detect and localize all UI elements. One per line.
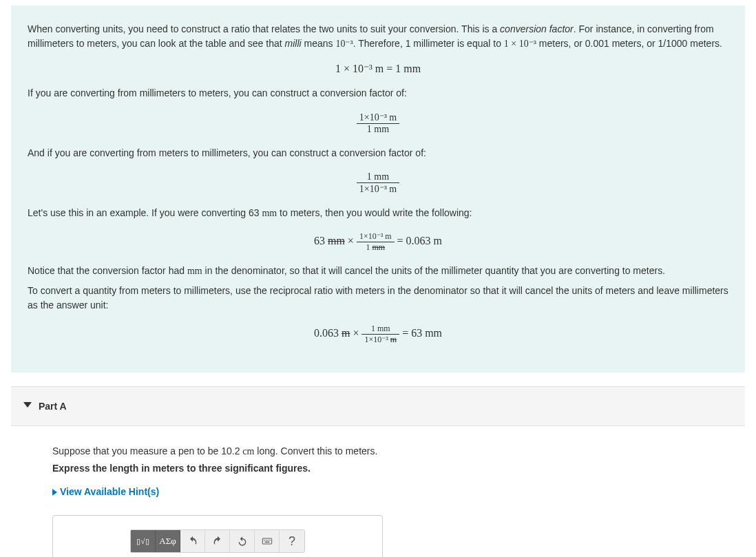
- numerator: 1 mm: [361, 324, 399, 335]
- denominator: 1 mm: [357, 124, 399, 135]
- numerator: 1×10⁻³ m: [357, 231, 395, 242]
- answer-box: ▯√▯ ΑΣφ ? 10.2 cm = m: [52, 515, 383, 557]
- value-10e-3: 10⁻³: [335, 39, 353, 49]
- strike-m: m: [342, 327, 350, 339]
- caret-down-icon: [23, 402, 32, 408]
- part-a-header[interactable]: Part A: [11, 386, 745, 426]
- redo-icon: [212, 536, 223, 547]
- denominator: 1×10⁻³ m: [357, 183, 399, 195]
- part-title: Part A: [39, 401, 67, 412]
- svg-rect-5: [264, 542, 269, 543]
- result: = 0.063 m: [395, 235, 442, 246]
- text: means: [302, 38, 336, 49]
- hints-label: View Available Hint(s): [60, 486, 159, 497]
- part-a-body: Suppose that you measure a pen to be 10.…: [11, 426, 745, 557]
- undo-button[interactable]: [180, 530, 205, 552]
- times: ×: [350, 327, 361, 339]
- formula-frac-mm-to-m: 1×10⁻³ m 1 mm: [28, 112, 728, 135]
- text: Suppose that you measure a pen to be 10.…: [52, 445, 242, 456]
- triangle-right-icon: [52, 489, 57, 496]
- formula-frac-m-to-mm: 1 mm 1×10⁻³ m: [28, 171, 728, 195]
- explain-p6: To convert a quantity from meters to mil…: [28, 284, 728, 313]
- strike-mm: mm: [328, 235, 345, 246]
- text: long. Convert this to meters.: [254, 445, 377, 456]
- result: = 63 mm: [399, 327, 442, 339]
- unit-mm: mm: [262, 208, 277, 218]
- unit-cm: cm: [242, 446, 254, 456]
- strike-m: m: [390, 335, 397, 344]
- formula-text: 1 × 10⁻³ m = 1 mm: [335, 63, 421, 74]
- em-conversion-factor: conversion factor: [500, 23, 574, 34]
- text: to meters, then you would write the foll…: [277, 207, 472, 218]
- formula-example-63mm: 63 mm × 1×10⁻³ m1 mm = 0.063 m: [28, 231, 728, 253]
- explain-p4: Let's use this in an example. If you wer…: [28, 206, 728, 220]
- value-1x10e-3: 1 × 10⁻³: [504, 39, 536, 49]
- numerator: 1 mm: [357, 171, 399, 183]
- explain-p5: Notice that the conversion factor had mm…: [28, 264, 728, 278]
- em-milli: milli: [285, 38, 302, 49]
- text: meters, or 0.001 meters, or 1/1000 meter…: [536, 38, 722, 49]
- view-hints-link[interactable]: View Available Hint(s): [52, 486, 159, 497]
- text: When converting units, you need to const…: [28, 23, 500, 34]
- explain-p2: If you are converting from millimeters t…: [28, 86, 728, 101]
- numerator: 1×10⁻³ m: [357, 112, 399, 124]
- greek-letters-button[interactable]: ΑΣφ: [156, 530, 180, 552]
- explanation-panel: When converting units, you need to const…: [11, 6, 745, 372]
- question-prompt: Suppose that you measure a pen to be 10.…: [52, 445, 734, 457]
- undo-icon: [187, 536, 198, 547]
- keyboard-icon: [262, 536, 273, 547]
- templates-button[interactable]: ▯√▯: [131, 530, 156, 552]
- svg-rect-4: [269, 540, 270, 540]
- keyboard-button[interactable]: [255, 530, 280, 552]
- formula-example-0063m: 0.063 m × 1 mm1×10⁻³ m = 63 mm: [28, 324, 728, 345]
- times: ×: [345, 235, 357, 246]
- explain-p1: When converting units, you need to const…: [28, 22, 728, 51]
- text: Notice that the conversion factor had: [28, 265, 187, 276]
- strike-mm: mm: [372, 242, 385, 252]
- help-icon: ?: [288, 534, 295, 549]
- question-instruction: Express the length in meters to three si…: [52, 463, 734, 474]
- unit-mm: mm: [187, 266, 202, 276]
- svg-rect-1: [264, 540, 264, 540]
- text: . Therefore, 1 millimeter is equal to: [353, 38, 504, 49]
- lhs: 0.063: [314, 327, 342, 339]
- svg-rect-0: [262, 538, 271, 544]
- reset-icon: [237, 536, 248, 547]
- explain-p3: And if you are converting from meters to…: [28, 146, 728, 160]
- equation-toolbar: ▯√▯ ΑΣφ ?: [130, 529, 305, 553]
- reset-button[interactable]: [230, 530, 255, 552]
- formula-equivalence: 1 × 10⁻³ m = 1 mm: [28, 62, 728, 75]
- svg-rect-2: [266, 540, 266, 540]
- help-button[interactable]: ?: [280, 530, 304, 552]
- lhs: 63: [314, 235, 328, 246]
- redo-button[interactable]: [205, 530, 230, 552]
- svg-rect-3: [267, 540, 268, 540]
- text: in the denominator, so that it will canc…: [202, 265, 665, 276]
- greek-icon: ΑΣφ: [159, 536, 176, 547]
- templates-icon: ▯√▯: [136, 537, 149, 546]
- text: Let's use this in an example. If you wer…: [28, 207, 262, 218]
- den-text: 1×10⁻³: [364, 335, 390, 344]
